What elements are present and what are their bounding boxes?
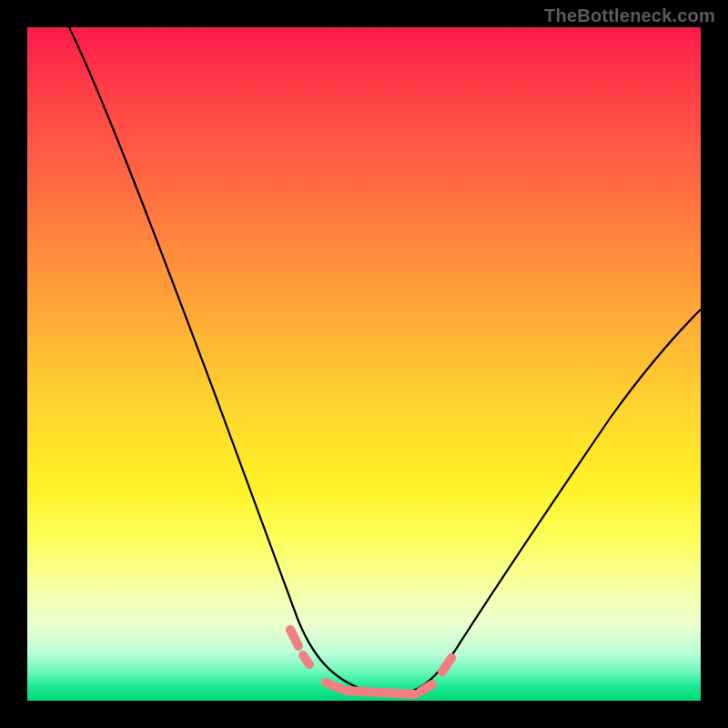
right-curve xyxy=(387,309,701,696)
chart-frame: TheBottleneck.com xyxy=(0,0,728,728)
curve-layer xyxy=(27,27,701,701)
highlight-seg-2 xyxy=(303,655,309,664)
highlight-seg-6 xyxy=(442,658,451,672)
highlight-seg-1 xyxy=(290,630,298,646)
watermark-text: TheBottleneck.com xyxy=(544,5,715,26)
highlight-seg-4 xyxy=(346,691,415,694)
highlight-seg-5 xyxy=(420,684,432,692)
left-curve xyxy=(69,27,387,696)
highlight-seg-3 xyxy=(326,682,341,689)
plot-area xyxy=(27,27,701,701)
highlight-segments xyxy=(290,630,451,694)
